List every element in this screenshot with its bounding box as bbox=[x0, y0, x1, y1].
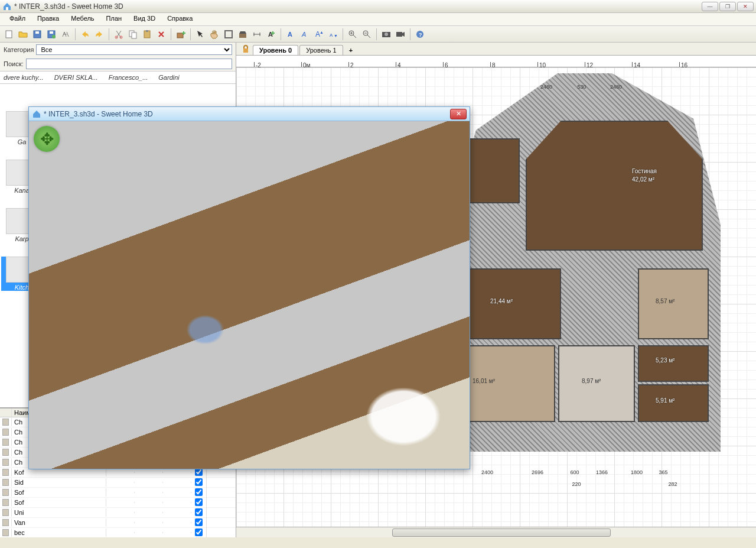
create-text-tool[interactable]: A bbox=[265, 28, 278, 41]
furniture-visible-checkbox[interactable] bbox=[195, 488, 203, 496]
menu-file[interactable]: Файл bbox=[4, 13, 31, 25]
furniture-thumb-icon bbox=[2, 499, 9, 506]
furniture-row[interactable]: Sof bbox=[0, 488, 236, 498]
nav-compass-icon[interactable] bbox=[34, 126, 60, 152]
furniture-visible-checkbox[interactable] bbox=[195, 478, 203, 486]
help-button[interactable]: ? bbox=[413, 28, 426, 41]
minimize-button[interactable]: — bbox=[702, 2, 718, 11]
view3d-titlebar[interactable]: * INTER_3.sh3d - Sweet Home 3D ✕ bbox=[29, 107, 470, 121]
ruler-tick: 14 bbox=[632, 62, 640, 67]
pan-tool[interactable] bbox=[208, 28, 221, 41]
furniture-row[interactable]: Van bbox=[0, 518, 236, 528]
increase-text-button[interactable]: A▲ bbox=[312, 28, 325, 41]
paste-button[interactable] bbox=[141, 28, 154, 41]
room-area-3: 8,57 м² bbox=[656, 298, 674, 304]
ruler-tick: 6 bbox=[443, 62, 448, 67]
furniture-val3 bbox=[163, 492, 191, 493]
furniture-row[interactable]: Sof bbox=[0, 498, 236, 508]
ruler-tick: -2 bbox=[254, 62, 261, 67]
furniture-val3 bbox=[163, 472, 191, 473]
menu-edit[interactable]: Правка bbox=[31, 13, 65, 25]
floorplan: Гостиная 42,02 м² 21,44 м² 8,57 м² 16,01… bbox=[455, 79, 715, 446]
zoom-out-button[interactable] bbox=[360, 28, 373, 41]
svg-text:▲: ▲ bbox=[320, 30, 324, 34]
catalog-head-3: Francesco_... bbox=[109, 74, 148, 81]
cut-button[interactable] bbox=[112, 28, 125, 41]
menu-help[interactable]: Справка bbox=[161, 13, 198, 25]
text-italic-button[interactable]: A bbox=[298, 28, 311, 41]
new-button[interactable] bbox=[2, 28, 15, 41]
furniture-thumb-icon bbox=[2, 429, 9, 436]
dim-bot-5: 1800 bbox=[620, 469, 653, 475]
view3d-window[interactable]: * INTER_3.sh3d - Sweet Home 3D ✕ bbox=[28, 106, 470, 469]
furniture-row[interactable]: Sid bbox=[0, 478, 236, 488]
preferences-button[interactable] bbox=[59, 28, 72, 41]
furniture-thumb-icon bbox=[2, 439, 9, 446]
room-living[interactable] bbox=[526, 121, 703, 251]
create-dimensions-tool[interactable] bbox=[250, 28, 263, 41]
catalog-head-4: Gardini bbox=[158, 74, 179, 81]
svg-point-7 bbox=[120, 36, 122, 38]
level-add-button[interactable]: + bbox=[344, 46, 357, 55]
scrollbar-thumb[interactable] bbox=[392, 528, 611, 537]
level-tab-0[interactable]: Уровень 0 bbox=[253, 45, 298, 55]
close-button[interactable]: ✕ bbox=[737, 2, 754, 11]
furniture-visible-checkbox[interactable] bbox=[195, 528, 203, 536]
svg-text:A: A bbox=[330, 33, 333, 38]
decrease-text-button[interactable]: A▼ bbox=[327, 28, 340, 41]
furniture-visible-checkbox[interactable] bbox=[195, 498, 203, 506]
dim-bot-3: 600 bbox=[566, 469, 584, 475]
undo-button[interactable] bbox=[79, 28, 92, 41]
open-button[interactable] bbox=[17, 28, 30, 41]
category-select[interactable]: Все bbox=[36, 44, 232, 55]
ruler-tick: 0м bbox=[301, 62, 310, 67]
furniture-visible-checkbox[interactable] bbox=[195, 508, 203, 516]
furniture-val2 bbox=[135, 522, 163, 523]
add-furniture-button[interactable] bbox=[174, 28, 187, 41]
svg-rect-26 bbox=[396, 32, 402, 37]
furniture-val1 bbox=[106, 482, 135, 483]
menu-furniture[interactable]: Мебель bbox=[65, 13, 100, 25]
delete-button[interactable] bbox=[155, 28, 168, 41]
category-label: Категория bbox=[4, 46, 34, 53]
dim-282: 282 bbox=[665, 481, 680, 487]
view3d-close-button[interactable]: ✕ bbox=[450, 109, 467, 119]
furniture-name: Sof bbox=[12, 498, 106, 507]
furniture-val3 bbox=[163, 512, 191, 513]
room-6[interactable] bbox=[638, 345, 709, 382]
zoom-in-button[interactable] bbox=[346, 28, 359, 41]
furniture-val3 bbox=[163, 522, 191, 523]
save-as-button[interactable] bbox=[45, 28, 58, 41]
svg-rect-14 bbox=[239, 34, 246, 38]
furniture-row[interactable]: Uni bbox=[0, 508, 236, 518]
copy-button[interactable] bbox=[126, 28, 139, 41]
create-video-button[interactable] bbox=[394, 28, 407, 41]
svg-text:A: A bbox=[301, 31, 306, 38]
room-area-living: 42,02 м² bbox=[632, 176, 654, 183]
furniture-name: Kof bbox=[12, 468, 106, 476]
furniture-thumb-icon bbox=[2, 489, 9, 496]
dim-bot-4: 1366 bbox=[588, 469, 616, 475]
horizontal-scrollbar[interactable]: I I I bbox=[236, 527, 756, 537]
level-tab-1[interactable]: Уровень 1 bbox=[299, 45, 343, 55]
redo-button[interactable] bbox=[93, 28, 106, 41]
furniture-visible-checkbox[interactable] bbox=[195, 518, 203, 526]
create-photo-button[interactable] bbox=[380, 28, 393, 41]
ruler-tick: 12 bbox=[585, 62, 593, 67]
maximize-button[interactable]: ❐ bbox=[719, 2, 736, 11]
menu-plan[interactable]: План bbox=[100, 13, 128, 25]
save-button[interactable] bbox=[31, 28, 44, 41]
furniture-thumb-icon bbox=[2, 509, 9, 516]
furniture-val1 bbox=[106, 492, 135, 493]
text-bold-button[interactable]: A bbox=[284, 28, 297, 41]
menu-view3d[interactable]: Вид 3D bbox=[128, 13, 161, 25]
create-walls-tool[interactable] bbox=[222, 28, 235, 41]
room-area-4: 16,01 м² bbox=[472, 378, 495, 384]
furniture-name: Van bbox=[12, 518, 106, 527]
furniture-val1 bbox=[106, 532, 135, 533]
search-input[interactable] bbox=[26, 59, 232, 69]
furniture-row[interactable]: bec bbox=[0, 528, 236, 537]
create-rooms-tool[interactable] bbox=[236, 28, 249, 41]
select-tool[interactable] bbox=[194, 28, 207, 41]
view3d-viewport[interactable] bbox=[29, 121, 470, 469]
